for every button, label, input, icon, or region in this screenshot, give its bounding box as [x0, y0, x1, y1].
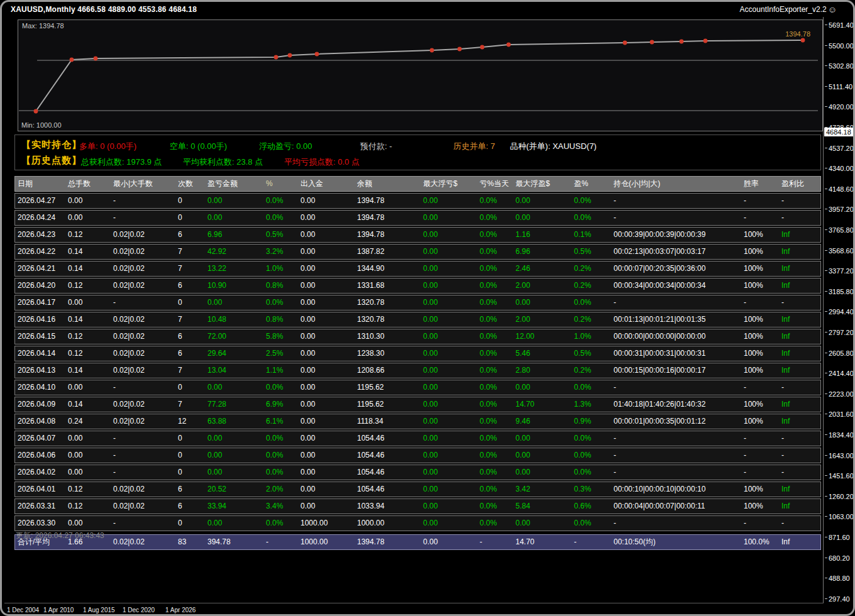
table-row: 2026.04.200.120.02|0.02610.900.8%0.00133…	[14, 278, 821, 294]
table-cell: 0.12	[65, 499, 111, 514]
table-row: 2026.04.090.140.02|0.02777.286.9%0.00119…	[14, 397, 821, 412]
table-cell: 0.00	[298, 448, 355, 463]
table-cell: 1208.66	[355, 363, 421, 378]
table-cell: 394.78	[205, 535, 263, 549]
table-row: 2026.04.010.120.02|0.02620.522.0%0.00105…	[14, 481, 821, 497]
table-cell: 0.00	[298, 346, 355, 361]
table-row: 2026.04.100.00-00.000.0%0.001195.620.000…	[14, 380, 821, 395]
table-cell: 0.0%	[477, 194, 513, 208]
history-points-title: 【历史点数】	[21, 155, 82, 167]
table-cell: 0.00	[513, 211, 571, 225]
table-cell: 2026.04.27	[15, 194, 65, 208]
price-axis-tick: 1260.20	[829, 493, 854, 500]
price-axis-tick: 2223.00	[829, 390, 854, 398]
table-cell: 0.02|0.02	[111, 535, 175, 549]
table-cell: 6.9%	[263, 397, 298, 412]
table-cell: 0.00	[421, 194, 477, 208]
table-cell: 2026.04.10	[15, 380, 65, 395]
price-axis-tick: 2414.40	[829, 370, 854, 377]
table-cell: 0.00	[513, 380, 571, 395]
table-cell: 2026.04.22	[15, 245, 65, 259]
table-cell: 7	[175, 397, 205, 412]
table-cell: 0.00	[421, 312, 477, 327]
table-cell: 0.02|0.02	[111, 329, 175, 344]
time-axis[interactable]: 1 Dec 20041 Apr 20101 Aug 20151 Dec 2020…	[2, 607, 855, 615]
table-header-cell: 盈%	[571, 177, 611, 191]
table-cell: 0.14	[65, 245, 111, 259]
table-cell: -	[611, 431, 741, 446]
table-cell: 2.5%	[263, 346, 298, 361]
table-cell: Inf	[779, 482, 820, 497]
table-header-cell: 出入金	[298, 177, 355, 191]
table-cell: Inf	[779, 312, 820, 327]
price-axis-tick: 3185.80	[829, 288, 854, 295]
table-cell: 00:00:39|00:00:39|00:00:39	[611, 228, 741, 242]
table-header-cell: 最大浮盈$	[513, 177, 571, 191]
table-cell: 100%	[741, 397, 779, 412]
table-cell: 6	[175, 228, 205, 242]
table-row: 2026.04.080.240.02|0.021263.886.1%0.0011…	[14, 414, 821, 429]
table-cell: 42.92	[205, 245, 263, 259]
mt4-chart-window: XAUUSD,Monthly 4666.58 4889.00 4553.86 4…	[0, 0, 855, 616]
table-row: 2026.04.210.140.02|0.02713.221.0%0.00134…	[14, 261, 821, 277]
table-cell: 2026.04.07	[15, 431, 65, 446]
daily-stats-table: 日期总手数最小|大手数次数盈亏金额%出入金余额最大浮亏$亏%当天最大浮盈$盈%持…	[14, 176, 821, 551]
table-cell: 0.02|0.02	[111, 346, 175, 361]
symbol-label: 品种(并单): XAUUSD(7)	[510, 141, 597, 152]
table-cell: 1394.78	[355, 228, 421, 242]
table-cell: 0.14	[65, 363, 111, 378]
table-cell: 3.2%	[263, 245, 298, 259]
table-cell: 3.42	[513, 482, 571, 497]
table-cell: 1195.62	[355, 380, 421, 395]
table-cell: Inf	[779, 363, 820, 378]
table-cell: 20.52	[205, 482, 263, 497]
table-cell: 1.3%	[571, 397, 611, 412]
table-cell: -	[111, 516, 175, 531]
table-cell: 2026.03.30	[15, 516, 65, 531]
table-cell: 0.12	[65, 329, 111, 344]
table-cell: 0.00	[298, 380, 355, 395]
price-axis[interactable]: 4684.18 5691.405500.005302.805111.404920…	[824, 2, 855, 616]
table-cell: 0.02|0.02	[111, 278, 175, 293]
table-cell: 0	[175, 431, 205, 446]
table-header-cell: 持仓(小|均|大)	[611, 177, 741, 191]
time-axis-separator	[4, 603, 824, 603]
table-cell: -	[741, 516, 779, 531]
table-cell: Inf	[779, 397, 820, 412]
table-row: 2026.03.310.120.02|0.02633.943.4%0.00103…	[14, 498, 821, 514]
table-cell: 6.96	[205, 228, 263, 242]
table-cell: 0.14	[65, 312, 111, 327]
table-row: 2026.04.150.120.02|0.02672.005.8%0.00131…	[14, 329, 821, 344]
table-cell: 0.00	[421, 499, 477, 514]
table-cell: 0	[175, 295, 205, 310]
short-position-label: 空单: 0 (0.00手)	[170, 141, 227, 152]
table-cell: 0.0%	[477, 397, 513, 412]
table-cell: -	[611, 516, 741, 531]
table-cell: 2026.04.21	[15, 261, 65, 276]
table-cell: 0	[175, 448, 205, 463]
table-cell: 14.70	[513, 535, 571, 549]
table-cell: 00:02:13|00:03:07|00:03:17	[611, 245, 741, 259]
table-cell: 0.02|0.02	[111, 414, 175, 429]
table-cell: 6	[175, 499, 205, 514]
table-cell: 00:00:07|00:20:35|00:36:00	[611, 261, 741, 276]
table-cell: 0.00	[65, 431, 111, 446]
table-cell: 00:00:04|00:00:07|00:00:11	[611, 499, 741, 514]
table-cell: 2.00	[513, 278, 571, 293]
table-cell: 83	[175, 535, 205, 549]
price-axis-tick: 488.80	[829, 575, 850, 582]
table-cell: 1320.78	[355, 312, 421, 327]
table-cell: 12	[175, 414, 205, 429]
equity-chart[interactable]: Max: 1394.78 Min: 1000.00 1394.78	[18, 19, 823, 131]
table-cell: 63.88	[205, 414, 263, 429]
table-cell: 7	[175, 261, 205, 276]
table-cell: 1344.90	[355, 261, 421, 276]
table-cell: 0.0%	[477, 448, 513, 463]
table-cell: 7	[175, 363, 205, 378]
floating-pl-label: 浮动盈亏: 0.00	[259, 141, 312, 152]
table-cell: 0.3%	[571, 482, 611, 497]
table-cell: 00:10:50(均)	[611, 535, 741, 549]
price-axis-tick: 1451.60	[829, 472, 854, 480]
table-cell: 5.8%	[263, 329, 298, 344]
table-cell: 0.0%	[571, 465, 611, 480]
